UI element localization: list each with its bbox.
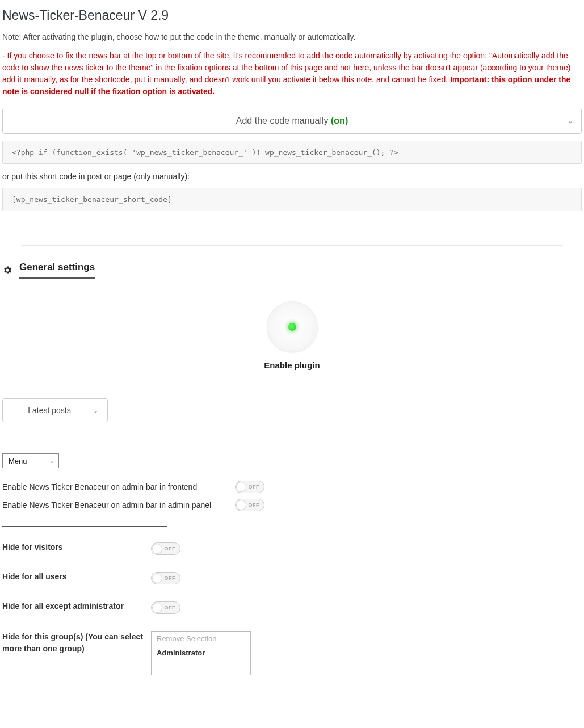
toggle-knob-icon — [152, 603, 162, 613]
toggle-state: OFF — [249, 502, 260, 508]
divider-short — [2, 526, 167, 527]
hide-groups-label: Hide for this group(s) (You can select m… — [2, 631, 145, 655]
gear-icon — [2, 265, 12, 275]
toggle-state: OFF — [165, 546, 176, 552]
note-text: Note: After activating the plugin, choos… — [2, 31, 582, 43]
hide-visitors-label: Hide for visitors — [2, 542, 145, 552]
posts-source-select[interactable]: Latest posts ⌄ — [2, 398, 108, 422]
section-title-general: General settings — [19, 262, 95, 279]
chevron-down-icon: ⌄ — [93, 407, 98, 414]
php-code-box[interactable]: <?php if (function_exists( 'wp_news_tick… — [2, 141, 582, 164]
hide-visitors-toggle[interactable]: OFF — [151, 542, 180, 555]
divider-short — [2, 437, 167, 437]
shortcode-box[interactable]: [wp_news_ticker_benaceur_short_code] — [2, 188, 582, 211]
enable-plugin-toggle[interactable] — [267, 301, 318, 352]
chevron-down-icon: ⌄ — [568, 117, 573, 125]
page-title: News-Ticker-Benaceur V 2.9 — [2, 8, 582, 23]
warning-text: - If you choose to fix the news bar at t… — [2, 50, 582, 98]
hide-except-admin-label: Hide for all except administrator — [2, 601, 145, 611]
admin-bar-frontend-toggle[interactable]: OFF — [235, 481, 264, 493]
toggle-knob-icon — [236, 500, 246, 510]
enable-plugin-label: Enable plugin — [2, 360, 582, 370]
admin-bar-panel-toggle[interactable]: OFF — [235, 499, 264, 511]
chevron-down-icon: ⌄ — [49, 456, 54, 466]
menu-select[interactable]: Menu ⌄ — [2, 453, 59, 468]
toggle-state: OFF — [165, 605, 176, 611]
collapsible-label: Add the code manually — [236, 116, 331, 125]
toggle-state: OFF — [249, 484, 260, 490]
toggle-state: OFF — [165, 575, 176, 581]
group-option-remove[interactable]: Remove Selection — [152, 632, 250, 646]
toggle-knob-icon — [152, 544, 162, 554]
status-dot-icon — [288, 323, 296, 331]
group-option-administrator[interactable]: Administrator — [152, 646, 250, 660]
admin-bar-frontend-label: Enable News Ticker Benaceur on admin bar… — [2, 482, 229, 491]
hide-except-admin-toggle[interactable]: OFF — [151, 601, 180, 614]
hide-groups-multiselect[interactable]: Remove Selection Administrator — [151, 631, 251, 675]
select-value: Menu — [9, 457, 27, 465]
collapsible-state: (on) — [331, 116, 348, 125]
toggle-knob-icon — [152, 573, 162, 583]
shortcode-intro: or put this short code in post or page (… — [2, 172, 582, 181]
toggle-knob-icon — [236, 482, 246, 492]
hide-users-toggle[interactable]: OFF — [151, 572, 180, 584]
add-code-manually-toggle[interactable]: Add the code manually (on) ⌄ — [2, 108, 582, 134]
select-value: Latest posts — [28, 406, 71, 415]
admin-bar-panel-label: Enable News Ticker Benaceur on admin bar… — [2, 500, 229, 510]
hide-users-label: Hide for all users — [2, 572, 145, 581]
divider — [22, 245, 562, 246]
